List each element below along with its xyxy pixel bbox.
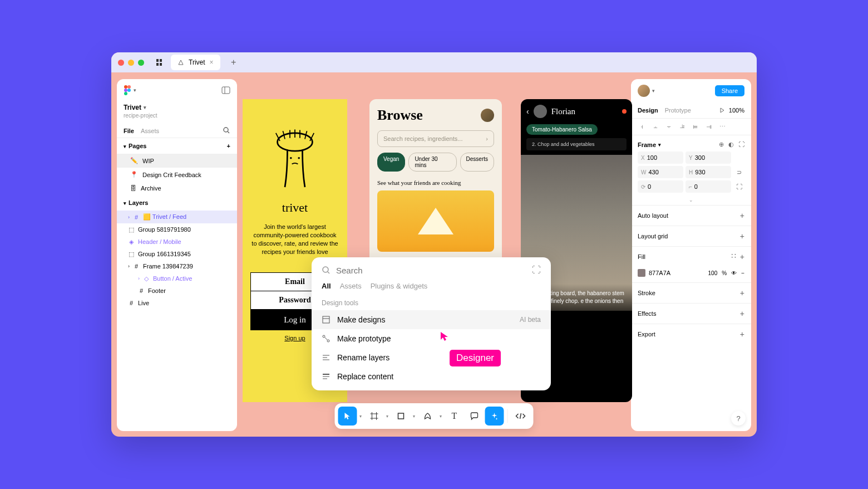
action-rename-layers[interactable]: Rename layers (312, 348, 551, 367)
shape-tool[interactable] (392, 407, 411, 426)
page-item[interactable]: 📍Design Crit Feedback (117, 168, 237, 182)
add-icon[interactable]: + (740, 309, 744, 318)
chevron-down-icon[interactable]: ⌄ (631, 195, 751, 205)
export-row[interactable]: Export+ (631, 324, 751, 344)
layout-grid-row[interactable]: Layout grid+ (631, 226, 751, 246)
new-tab-button[interactable]: + (227, 56, 240, 69)
file-tab[interactable]: Trivet × (171, 55, 220, 70)
layer-item[interactable]: ⬚Group 1661319345 (117, 248, 237, 260)
dev-mode-tool[interactable] (511, 407, 530, 426)
layer-item[interactable]: #Live (117, 297, 237, 309)
styles-icon[interactable]: ⸬ (732, 252, 736, 261)
actions-search-input[interactable] (336, 266, 526, 275)
visibility-icon[interactable]: 👁 (731, 270, 737, 276)
effects-row[interactable]: Effects+ (631, 303, 751, 324)
zoom-control[interactable]: 100% (719, 107, 744, 114)
layer-item[interactable]: ⬚Group 5819791980 (117, 223, 237, 236)
layer-item[interactable]: ›#🟨 Trivet / Feed (117, 211, 237, 223)
page-item[interactable]: 🗄Archive (117, 182, 237, 195)
layer-item[interactable]: ›◇Button / Active (117, 272, 237, 285)
tab-assets[interactable]: Assets (141, 124, 159, 138)
add-icon[interactable]: + (740, 252, 744, 261)
signup-link[interactable]: Sign up (284, 335, 305, 341)
help-button[interactable]: ? (731, 411, 746, 426)
pen-tool[interactable] (418, 407, 437, 426)
close-tab-icon[interactable]: × (210, 58, 214, 66)
layer-item[interactable]: ›#Frame 139847239 (117, 260, 237, 272)
minimize-window-button[interactable] (128, 60, 134, 66)
home-tab[interactable] (153, 56, 166, 69)
ai-actions-tool[interactable] (485, 407, 504, 426)
stroke-row[interactable]: Stroke+ (631, 282, 751, 303)
pages-section-header[interactable]: ▾Pages + (117, 138, 237, 154)
popup-tab-assets[interactable]: Assets (340, 282, 362, 290)
orientation-icon[interactable]: ◐ (728, 141, 734, 148)
layer-item[interactable]: #Footer (117, 285, 237, 297)
link-dims-icon[interactable]: ⊃ (733, 166, 744, 178)
tab-design[interactable]: Design (638, 102, 658, 118)
add-icon[interactable]: + (740, 330, 744, 339)
x-input[interactable]: X100 (638, 151, 683, 164)
align-top-icon[interactable]: ⫡ (678, 123, 687, 130)
recipe-image[interactable] (377, 190, 494, 252)
tab-prototype[interactable]: Prototype (665, 102, 691, 118)
align-center-h-icon[interactable]: ⫠ (651, 123, 660, 130)
add-page-icon[interactable]: + (227, 143, 230, 149)
remove-icon[interactable]: − (741, 270, 744, 276)
h-input[interactable]: H930 (685, 166, 731, 178)
y-input[interactable]: Y300 (685, 151, 731, 164)
more-align-icon[interactable]: ⋯ (718, 123, 727, 130)
hex-input[interactable]: 877A7A (649, 270, 670, 276)
align-right-icon[interactable]: ⫟ (664, 123, 673, 130)
share-button[interactable]: Share (715, 85, 744, 96)
rotation-input[interactable]: ⟳0 (638, 180, 683, 193)
align-left-icon[interactable]: ⫞ (638, 123, 647, 130)
add-icon[interactable]: + (740, 288, 744, 297)
project-name[interactable]: Trivet ▾ (117, 101, 237, 113)
text-tool[interactable]: T (445, 407, 464, 426)
layer-item[interactable]: ◈Header / Mobile (117, 236, 237, 248)
user-avatar-menu[interactable]: ▾ (638, 85, 655, 97)
chevron-down-icon[interactable]: ▾ (384, 414, 391, 419)
action-make-designs[interactable]: Make designs AI beta (312, 310, 551, 329)
add-icon[interactable]: + (740, 232, 744, 241)
move-tool[interactable] (338, 407, 357, 426)
align-center-v-icon[interactable]: ⫢ (691, 123, 700, 130)
comment-tool[interactable] (465, 407, 484, 426)
expand-icon[interactable]: ⛶ (532, 265, 541, 275)
align-bottom-icon[interactable]: ⫣ (704, 123, 713, 130)
avatar[interactable] (481, 109, 494, 122)
back-icon[interactable]: ‹ (526, 107, 529, 116)
search-icon[interactable] (223, 126, 230, 134)
fit-icon[interactable]: ⛶ (738, 141, 744, 148)
chevron-down-icon[interactable]: ▾ (437, 414, 444, 419)
chip-desserts[interactable]: Desserts (460, 153, 494, 172)
canvas-frame-browse[interactable]: Browse Search recipes, ingredients... › … (369, 99, 502, 273)
chevron-down-icon[interactable]: ▾ (411, 414, 417, 419)
recipe-search-input[interactable]: Search recipes, ingredients... › (377, 130, 494, 147)
chevron-down-icon[interactable]: ▾ (357, 414, 364, 419)
radius-input[interactable]: ⌐0 (685, 180, 731, 193)
resize-icon[interactable]: ⊕ (719, 141, 724, 148)
layers-section-header[interactable]: ▾Layers (117, 195, 237, 211)
frame-type-dropdown[interactable]: Frame▾ (638, 141, 661, 148)
color-swatch[interactable] (638, 269, 645, 277)
close-window-button[interactable] (118, 60, 124, 66)
tab-file[interactable]: File (124, 124, 134, 138)
frame-tool[interactable] (365, 407, 384, 426)
action-make-prototype[interactable]: Make prototype (312, 329, 551, 348)
popup-tab-plugins[interactable]: Plugins & widgets (371, 282, 428, 290)
popup-tab-all[interactable]: All (322, 282, 331, 290)
maximize-window-button[interactable] (138, 60, 144, 66)
w-input[interactable]: W430 (638, 166, 683, 178)
project-folder[interactable]: recipe-project (117, 113, 237, 124)
chip-under30[interactable]: Under 30 mins (408, 153, 456, 172)
corners-icon[interactable]: ⛶ (733, 180, 744, 193)
chip-vegan[interactable]: Vegan (377, 153, 405, 172)
recipe-chip[interactable]: Tomato-Habanero Salsa (526, 124, 598, 135)
figma-menu-button[interactable]: ▾ (124, 85, 136, 96)
action-replace-content[interactable]: Replace content (312, 367, 551, 386)
opacity-input[interactable]: 100 (708, 270, 718, 276)
add-icon[interactable]: + (740, 211, 744, 220)
page-item[interactable]: ✏️WIP (117, 154, 237, 168)
